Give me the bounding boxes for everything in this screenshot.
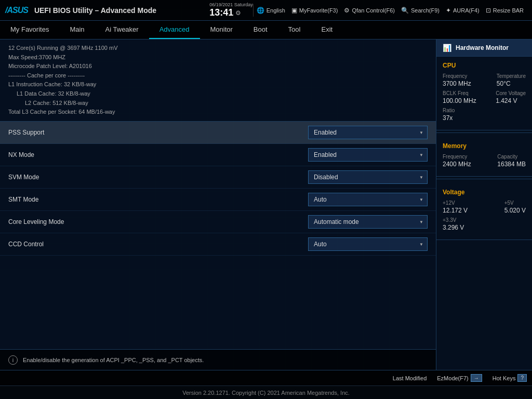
- dropdown-pss[interactable]: Enabled Disabled: [308, 126, 428, 139]
- dropdown-svm[interactable]: Enabled Disabled: [308, 170, 428, 184]
- setting-label-svm: SVM Mode: [8, 174, 308, 181]
- ez-mode-btn[interactable]: EzMode(F7) →: [437, 374, 482, 382]
- hw-v5-col: +5V 5.020 V: [504, 200, 526, 214]
- hw-cpu-temp-label: Temperature: [497, 73, 526, 79]
- cpu-info-line1: 12 Core(s) Running @ 3697 MHz 1100 mV: [8, 44, 428, 53]
- time-display: 13:41 ⚙: [209, 7, 241, 18]
- dropdown-wrapper-pss: Enabled Disabled: [308, 126, 428, 139]
- nav-monitor[interactable]: Monitor: [200, 21, 243, 39]
- hw-monitor-icon: 📊: [443, 44, 451, 52]
- cpu-info-line2: Max Speed:3700 MHZ: [8, 53, 428, 62]
- aura-button[interactable]: ✦ AURA(F4): [443, 6, 483, 15]
- info-text: Enable/disable the generation of ACPI _P…: [23, 357, 204, 363]
- nav-tool[interactable]: Tool: [278, 21, 311, 39]
- main-layout: 12 Core(s) Running @ 3697 MHz 1100 mV Ma…: [0, 39, 532, 370]
- aura-icon: ✦: [446, 7, 451, 14]
- settings-list: PSS Support Enabled Disabled NX Mode: [0, 122, 436, 349]
- hw-memory-cap-label: Capacity: [497, 154, 526, 159]
- globe-icon: 🌐: [257, 7, 264, 14]
- hw-divider-2: [436, 179, 532, 179]
- hw-v5-value: 5.020 V: [504, 207, 526, 214]
- asus-logo: /ASUS: [5, 6, 28, 15]
- nav-advanced[interactable]: Advanced: [149, 21, 200, 39]
- hw-cpu-freq-col: Frequency 3700 MHz: [443, 73, 471, 87]
- dropdown-smt[interactable]: Auto Enabled Disabled: [308, 193, 428, 206]
- nav-boot[interactable]: Boot: [243, 21, 278, 39]
- datetime: 06/19/2021 Saturday 13:41 ⚙: [209, 2, 253, 18]
- language-button[interactable]: 🌐 English: [254, 6, 288, 15]
- settings-icon[interactable]: ⚙: [235, 9, 241, 17]
- hw-v33-value: 3.296 V: [443, 224, 464, 231]
- hw-cpu-bclk-col: BCLK Freq 100.00 MHz: [443, 90, 476, 104]
- nav-exit[interactable]: Exit: [311, 21, 343, 39]
- resize-bar-button[interactable]: ⊡ Resize BAR: [483, 6, 527, 15]
- setting-row-nx[interactable]: NX Mode Enabled Disabled: [0, 144, 436, 166]
- hw-memory-freq-label: Frequency: [443, 154, 471, 159]
- nav-my-favorites[interactable]: My Favorites: [0, 21, 59, 39]
- hw-cpu-ratio-col: Ratio 37x: [443, 108, 455, 122]
- nav-ai-tweaker[interactable]: Ai Tweaker: [95, 21, 149, 39]
- hw-cpu-freq-row: Frequency 3700 MHz Temperature 50°C: [443, 73, 526, 87]
- dropdown-wrapper-svm: Enabled Disabled: [308, 170, 428, 184]
- hw-core-voltage-label: Core Voltage: [496, 90, 526, 96]
- qfan-button[interactable]: ⚙ Qfan Control(F6): [341, 6, 398, 15]
- dropdown-wrapper-core-leveling: Automatic mode Manual: [308, 215, 428, 229]
- last-modified-btn[interactable]: Last Modified: [393, 375, 427, 381]
- setting-label-ccd: CCD Control: [8, 241, 308, 248]
- asus-logo-text: /ASUS: [5, 6, 28, 15]
- hw-cpu-freq-value: 3700 MHz: [443, 80, 471, 87]
- hw-ratio-label: Ratio: [443, 108, 455, 113]
- hw-v12-value: 12.172 V: [443, 207, 468, 214]
- dropdown-wrapper-smt: Auto Enabled Disabled: [308, 193, 428, 206]
- hw-monitor-title: Hardware Monitor: [456, 44, 509, 51]
- hw-v12-col: +12V 12.172 V: [443, 200, 468, 214]
- hw-voltage-row1: +12V 12.172 V +5V 5.020 V: [443, 200, 526, 214]
- hardware-monitor-panel: 📊 Hardware Monitor CPU Frequency 3700 MH…: [436, 39, 532, 370]
- hw-cpu-temp-col: Temperature 50°C: [497, 73, 526, 87]
- setting-control-smt: Auto Enabled Disabled: [308, 193, 428, 206]
- setting-label-nx: NX Mode: [8, 151, 308, 158]
- nav-main[interactable]: Main: [59, 21, 95, 39]
- setting-row-ccd[interactable]: CCD Control Auto 1 2 3 4: [0, 233, 436, 256]
- hw-memory-section: Memory Frequency 2400 MHz Capacity 16384…: [436, 137, 532, 177]
- hw-voltage-row2: +3.3V 3.296 V: [443, 217, 526, 231]
- cpu-info-line5: L1 Instruction Cache: 32 KB/8-way: [8, 80, 428, 89]
- setting-control-core-leveling: Automatic mode Manual: [308, 215, 428, 229]
- ez-mode-arrow: →: [471, 374, 482, 382]
- cpu-info-section: 12 Core(s) Running @ 3697 MHz 1100 mV Ma…: [0, 39, 436, 122]
- setting-control-nx: Enabled Disabled: [308, 148, 428, 162]
- dropdown-core-leveling[interactable]: Automatic mode Manual: [308, 215, 428, 229]
- setting-label-core-leveling: Core Leveling Mode: [8, 218, 308, 225]
- navbar: My Favorites Main Ai Tweaker Advanced Mo…: [0, 21, 532, 39]
- hw-memory-cap-col: Capacity 16384 MB: [497, 154, 526, 168]
- cpu-info-line7: L2 Cache: 512 KB/8-way: [8, 99, 428, 108]
- hw-cpu-section: CPU Frequency 3700 MHz Temperature 50°C …: [436, 57, 532, 130]
- hw-cpu-bclk-value: 100.00 MHz: [443, 97, 476, 104]
- dropdown-wrapper-nx: Enabled Disabled: [308, 148, 428, 162]
- hw-voltage-title: Voltage: [443, 189, 526, 196]
- hw-memory-freq-value: 2400 MHz: [443, 161, 471, 168]
- question-mark-box: ?: [517, 374, 527, 382]
- setting-row-pss[interactable]: PSS Support Enabled Disabled: [0, 122, 436, 144]
- setting-row-svm[interactable]: SVM Mode Enabled Disabled: [0, 166, 436, 189]
- hw-monitor-header: 📊 Hardware Monitor: [436, 39, 532, 57]
- my-favorite-button[interactable]: ▣ MyFavorite(F3): [288, 6, 341, 15]
- bios-title: UEFI BIOS Utility – Advanced Mode: [34, 6, 156, 15]
- info-bar: i Enable/disable the generation of ACPI …: [0, 349, 436, 370]
- fan-icon: ⚙: [344, 7, 350, 14]
- hw-memory-freq-col: Frequency 2400 MHz: [443, 154, 471, 168]
- setting-row-core-leveling[interactable]: Core Leveling Mode Automatic mode Manual: [0, 211, 436, 233]
- hw-voltage-section: Voltage +12V 12.172 V +5V 5.020 V +3.3V …: [436, 183, 532, 240]
- resize-icon: ⊡: [486, 7, 491, 14]
- hw-cpu-bclk-label: BCLK Freq: [443, 90, 476, 96]
- hw-cpu-voltage-col: Core Voltage 1.424 V: [496, 90, 526, 104]
- hot-keys-btn[interactable]: Hot Keys ?: [493, 374, 527, 382]
- hw-cpu-ratio-row: Ratio 37x: [443, 108, 526, 122]
- setting-row-smt[interactable]: SMT Mode Auto Enabled Disabled: [0, 189, 436, 211]
- dropdown-nx[interactable]: Enabled Disabled: [308, 148, 428, 162]
- hw-memory-title: Memory: [443, 142, 526, 150]
- time-text: 13:41: [209, 7, 233, 18]
- hw-v33-col: +3.3V 3.296 V: [443, 217, 464, 231]
- search-button[interactable]: 🔍 Search(F9): [398, 6, 443, 15]
- dropdown-ccd[interactable]: Auto 1 2 3 4: [308, 237, 428, 251]
